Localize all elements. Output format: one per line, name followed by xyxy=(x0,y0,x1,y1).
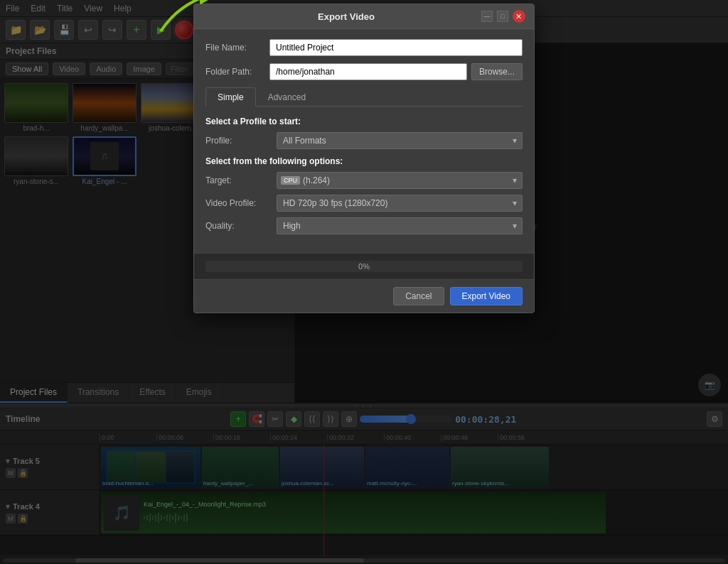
tab-advanced[interactable]: Advanced xyxy=(256,87,318,107)
modal-footer: Cancel Export Video xyxy=(194,279,534,313)
modal-close-button[interactable]: ✕ xyxy=(513,10,525,23)
target-select-wrapper: MP4 (h.264) WebM MKV AVI CPU xyxy=(277,172,523,189)
folder-path-row: Browse... xyxy=(269,63,523,80)
modal-tabs: Simple Advanced xyxy=(205,87,523,107)
modal-titlebar: Export Video — □ ✕ xyxy=(194,4,534,29)
target-row: Target: MP4 (h.264) WebM MKV AVI CPU xyxy=(205,172,523,189)
video-profile-select-wrapper: HD 720p 30 fps (1280x720) HD 1080p 30 fp… xyxy=(277,195,523,212)
quality-row: Quality: Low Medium High Very High xyxy=(205,217,523,234)
video-profile-row: Video Profile: HD 720p 30 fps (1280x720)… xyxy=(205,195,523,212)
modal-minimize-button[interactable]: — xyxy=(481,11,493,22)
cancel-button[interactable]: Cancel xyxy=(393,287,444,305)
profile-section-title: Select a Profile to start: xyxy=(205,116,523,126)
folder-path-field: Folder Path: Browse... xyxy=(205,63,523,80)
modal-overlay: Export Video — □ ✕ File Name: Folder Pat… xyxy=(0,0,728,564)
quality-select-wrapper: Low Medium High Very High xyxy=(277,217,523,234)
target-select[interactable]: MP4 (h.264) WebM MKV AVI xyxy=(277,172,523,189)
export-video-button[interactable]: Export Video xyxy=(450,287,523,305)
quality-select[interactable]: Low Medium High Very High xyxy=(277,217,523,234)
progress-label: 0% xyxy=(358,262,370,271)
profile-select-wrapper: All Formats HD Formats SD Formats Custom xyxy=(277,132,523,149)
target-label: Target: xyxy=(205,175,277,185)
file-name-label: File Name: xyxy=(205,43,269,53)
profile-select[interactable]: All Formats HD Formats SD Formats Custom xyxy=(277,132,523,149)
modal-title: Export Video xyxy=(318,11,375,22)
modal-maximize-button[interactable]: □ xyxy=(497,11,508,22)
folder-path-label: Folder Path: xyxy=(205,67,269,77)
folder-path-input[interactable] xyxy=(269,63,467,80)
progress-area: 0% xyxy=(194,253,534,279)
video-profile-label: Video Profile: xyxy=(205,198,277,208)
modal-controls: — □ ✕ xyxy=(481,10,525,23)
quality-label: Quality: xyxy=(205,221,277,231)
file-name-input[interactable] xyxy=(269,39,523,56)
file-name-field: File Name: xyxy=(205,39,523,56)
options-section-title: Select from the following options: xyxy=(205,156,523,166)
video-profile-select[interactable]: HD 720p 30 fps (1280x720) HD 1080p 30 fp… xyxy=(277,195,523,212)
export-dialog: Export Video — □ ✕ File Name: Folder Pat… xyxy=(193,4,535,313)
modal-body: File Name: Folder Path: Browse... Simple… xyxy=(194,29,534,250)
profile-row: Profile: All Formats HD Formats SD Forma… xyxy=(205,132,523,149)
browse-button[interactable]: Browse... xyxy=(471,63,523,80)
tab-simple[interactable]: Simple xyxy=(205,87,256,107)
profile-label: Profile: xyxy=(205,136,277,146)
progress-bar: 0% xyxy=(205,261,523,272)
